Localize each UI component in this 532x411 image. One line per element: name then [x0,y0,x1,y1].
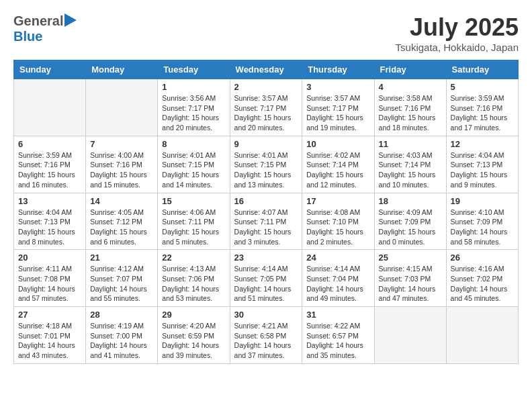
day-detail: Sunrise: 4:22 AMSunset: 6:57 PMDaylight:… [306,321,369,361]
day-number: 22 [162,253,225,263]
day-detail: Sunrise: 4:06 AMSunset: 7:11 PMDaylight:… [162,208,225,247]
calendar-cell: 19Sunrise: 4:10 AMSunset: 7:09 PMDayligh… [446,193,518,250]
calendar-cell: 7Sunrise: 4:00 AMSunset: 7:16 PMDaylight… [86,136,158,193]
day-detail: Sunrise: 3:59 AMSunset: 7:16 PMDaylight:… [18,150,81,190]
day-number: 5 [451,82,514,92]
day-number: 21 [90,253,153,263]
month-title: July 2025 [396,13,519,42]
day-number: 17 [306,196,369,206]
day-detail: Sunrise: 4:11 AMSunset: 7:08 PMDaylight:… [18,264,81,304]
day-number: 6 [18,139,81,149]
calendar-cell: 21Sunrise: 4:12 AMSunset: 7:07 PMDayligh… [86,250,158,307]
day-detail: Sunrise: 4:02 AMSunset: 7:14 PMDaylight:… [306,150,369,190]
calendar-cell: 24Sunrise: 4:14 AMSunset: 7:04 PMDayligh… [302,250,374,307]
logo-general: General [13,13,63,29]
calendar-cell: 8Sunrise: 4:01 AMSunset: 7:15 PMDaylight… [158,136,230,193]
day-number: 29 [162,310,225,320]
calendar-cell: 6Sunrise: 3:59 AMSunset: 7:16 PMDaylight… [14,136,86,193]
calendar-cell [86,79,158,136]
calendar-week-row: 27Sunrise: 4:18 AMSunset: 7:01 PMDayligh… [14,307,519,364]
calendar-cell: 10Sunrise: 4:02 AMSunset: 7:14 PMDayligh… [302,136,374,193]
day-number: 16 [234,196,298,206]
calendar-cell: 27Sunrise: 4:18 AMSunset: 7:01 PMDayligh… [14,307,86,364]
calendar-cell: 14Sunrise: 4:05 AMSunset: 7:12 PMDayligh… [86,193,158,250]
calendar-cell: 17Sunrise: 4:08 AMSunset: 7:10 PMDayligh… [302,193,374,250]
calendar-cell: 12Sunrise: 4:04 AMSunset: 7:13 PMDayligh… [446,136,518,193]
calendar-cell: 28Sunrise: 4:19 AMSunset: 7:00 PMDayligh… [86,307,158,364]
day-number: 19 [451,196,514,206]
day-number: 3 [306,82,369,92]
day-number: 10 [306,139,369,149]
day-detail: Sunrise: 4:04 AMSunset: 7:13 PMDaylight:… [18,208,81,247]
day-number: 24 [306,253,369,263]
day-number: 15 [162,196,225,206]
calendar-cell: 16Sunrise: 4:07 AMSunset: 7:11 PMDayligh… [230,193,302,250]
day-number: 18 [379,196,442,206]
calendar-cell: 22Sunrise: 4:13 AMSunset: 7:06 PMDayligh… [158,250,230,307]
calendar-cell: 3Sunrise: 3:57 AMSunset: 7:17 PMDaylight… [302,79,374,136]
calendar-cell [374,307,446,364]
calendar-cell: 4Sunrise: 3:58 AMSunset: 7:16 PMDaylight… [374,79,446,136]
day-detail: Sunrise: 4:14 AMSunset: 7:04 PMDaylight:… [306,264,369,304]
day-detail: Sunrise: 3:59 AMSunset: 7:16 PMDaylight:… [451,93,514,133]
calendar-cell: 15Sunrise: 4:06 AMSunset: 7:11 PMDayligh… [158,193,230,250]
day-number: 23 [234,253,298,263]
day-number: 28 [90,310,153,320]
logo-blue: Blue [13,29,42,44]
calendar-cell: 11Sunrise: 4:03 AMSunset: 7:14 PMDayligh… [374,136,446,193]
day-number: 26 [451,253,514,263]
calendar-cell: 30Sunrise: 4:21 AMSunset: 6:58 PMDayligh… [230,307,302,364]
day-number: 9 [234,139,298,149]
day-detail: Sunrise: 3:56 AMSunset: 7:17 PMDaylight:… [162,93,225,133]
day-detail: Sunrise: 4:08 AMSunset: 7:10 PMDaylight:… [306,208,369,247]
day-detail: Sunrise: 4:10 AMSunset: 7:09 PMDaylight:… [451,208,514,247]
day-number: 14 [90,196,153,206]
day-header-tuesday: Tuesday [158,60,230,79]
day-number: 8 [162,139,225,149]
day-header-thursday: Thursday [302,60,374,79]
day-number: 4 [379,82,442,92]
day-detail: Sunrise: 4:00 AMSunset: 7:16 PMDaylight:… [90,150,153,190]
day-detail: Sunrise: 4:15 AMSunset: 7:03 PMDaylight:… [379,264,442,304]
day-number: 1 [162,82,225,92]
calendar-cell: 13Sunrise: 4:04 AMSunset: 7:13 PMDayligh… [14,193,86,250]
day-header-friday: Friday [374,60,446,79]
logo-arrow-icon [64,13,77,27]
day-detail: Sunrise: 4:03 AMSunset: 7:14 PMDaylight:… [379,150,442,190]
page-header: General Blue July 2025 Tsukigata, Hokkai… [13,13,519,53]
day-number: 25 [379,253,442,263]
title-area: July 2025 Tsukigata, Hokkaido, Japan [396,13,519,53]
location: Tsukigata, Hokkaido, Japan [396,42,519,53]
day-detail: Sunrise: 4:01 AMSunset: 7:15 PMDaylight:… [234,150,298,190]
day-number: 7 [90,139,153,149]
calendar-week-row: 13Sunrise: 4:04 AMSunset: 7:13 PMDayligh… [14,193,519,250]
calendar-cell: 25Sunrise: 4:15 AMSunset: 7:03 PMDayligh… [374,250,446,307]
day-detail: Sunrise: 3:57 AMSunset: 7:17 PMDaylight:… [234,93,298,133]
day-number: 12 [451,139,514,149]
calendar-cell: 1Sunrise: 3:56 AMSunset: 7:17 PMDaylight… [158,79,230,136]
logo: General Blue [13,13,77,44]
day-header-wednesday: Wednesday [230,60,302,79]
calendar-week-row: 1Sunrise: 3:56 AMSunset: 7:17 PMDaylight… [14,79,519,136]
day-number: 31 [306,310,369,320]
day-detail: Sunrise: 4:18 AMSunset: 7:01 PMDaylight:… [18,321,81,361]
day-detail: Sunrise: 4:20 AMSunset: 6:59 PMDaylight:… [162,321,225,361]
day-detail: Sunrise: 4:16 AMSunset: 7:02 PMDaylight:… [451,264,514,304]
calendar-cell: 2Sunrise: 3:57 AMSunset: 7:17 PMDaylight… [230,79,302,136]
calendar-cell: 31Sunrise: 4:22 AMSunset: 6:57 PMDayligh… [302,307,374,364]
calendar-table: SundayMondayTuesdayWednesdayThursdayFrid… [13,60,519,364]
day-number: 30 [234,310,298,320]
day-detail: Sunrise: 4:04 AMSunset: 7:13 PMDaylight:… [451,150,514,190]
day-detail: Sunrise: 4:07 AMSunset: 7:11 PMDaylight:… [234,208,298,247]
day-detail: Sunrise: 4:01 AMSunset: 7:15 PMDaylight:… [162,150,225,190]
day-number: 20 [18,253,81,263]
day-detail: Sunrise: 3:57 AMSunset: 7:17 PMDaylight:… [306,93,369,133]
day-detail: Sunrise: 4:12 AMSunset: 7:07 PMDaylight:… [90,264,153,304]
calendar-cell [14,79,86,136]
calendar-cell: 5Sunrise: 3:59 AMSunset: 7:16 PMDaylight… [446,79,518,136]
calendar-cell: 20Sunrise: 4:11 AMSunset: 7:08 PMDayligh… [14,250,86,307]
day-header-sunday: Sunday [14,60,86,79]
day-detail: Sunrise: 4:19 AMSunset: 7:00 PMDaylight:… [90,321,153,361]
day-detail: Sunrise: 4:05 AMSunset: 7:12 PMDaylight:… [90,208,153,247]
day-number: 13 [18,196,81,206]
